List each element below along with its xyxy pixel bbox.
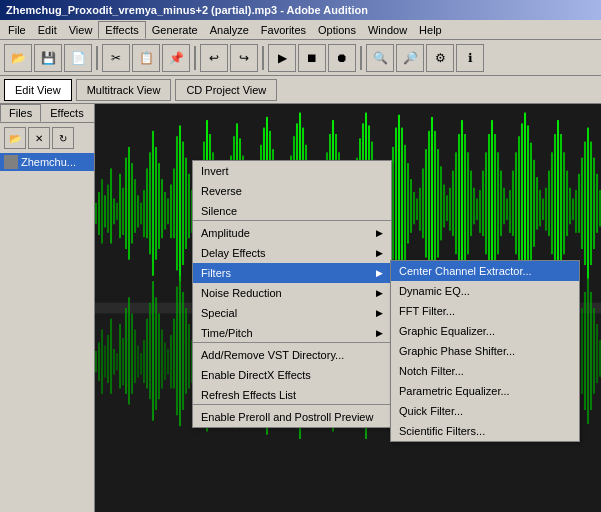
menu-options[interactable]: Options	[312, 22, 362, 38]
svg-rect-20	[143, 190, 145, 237]
svg-rect-15	[128, 147, 130, 260]
toolbar-undo[interactable]: ↩	[200, 44, 228, 72]
toolbar: 📂 💾 📄 ✂ 📋 📌 ↩ ↪ ▶ ⏹ ⏺ 🔍 🔎 ⚙ ℹ	[0, 40, 601, 76]
toolbar-paste[interactable]: 📌	[162, 44, 190, 72]
toolbar-new[interactable]: 📄	[64, 44, 92, 72]
effects-menu-refresh[interactable]: Refresh Effects List	[193, 385, 391, 405]
filter-notch[interactable]: Notch Filter...	[391, 361, 579, 381]
svg-rect-182	[122, 338, 124, 385]
cd-project-view-button[interactable]: CD Project View	[175, 79, 277, 101]
menu-bar: File Edit View Effects Generate Analyze …	[0, 20, 601, 40]
svg-rect-202	[182, 292, 184, 410]
svg-rect-4	[95, 203, 97, 224]
menu-help[interactable]: Help	[413, 22, 448, 38]
files-tab[interactable]: Files	[0, 104, 41, 122]
effects-menu-reverse[interactable]: Reverse	[193, 181, 391, 201]
panel-icon-row: 📂 ✕ ↻	[0, 123, 94, 153]
svg-rect-33	[182, 142, 184, 265]
menu-analyze[interactable]: Analyze	[204, 22, 255, 38]
panel-loop-btn[interactable]: ↻	[52, 127, 74, 149]
svg-rect-17	[134, 179, 136, 233]
effects-menu-filters[interactable]: Filters ▶	[193, 263, 391, 283]
menu-window[interactable]: Window	[362, 22, 413, 38]
effects-menu-silence[interactable]: Silence	[193, 201, 391, 221]
menu-file[interactable]: File	[2, 22, 32, 38]
filter-scientific[interactable]: Scientific Filters...	[391, 421, 579, 441]
menu-generate[interactable]: Generate	[146, 22, 204, 38]
svg-rect-171	[596, 174, 598, 233]
toolbar-redo[interactable]: ↪	[230, 44, 258, 72]
toolbar-info[interactable]: ℹ	[456, 44, 484, 72]
effects-menu-amplitude[interactable]: Amplitude ▶	[193, 223, 391, 243]
toolbar-open[interactable]: 📂	[4, 44, 32, 72]
effects-menu-enable-dx[interactable]: Enable DirectX Effects	[193, 365, 391, 385]
menu-effects[interactable]: Effects	[98, 21, 145, 39]
svg-rect-204	[188, 324, 190, 388]
file-list-item[interactable]: Zhemchu...	[0, 153, 94, 171]
effects-menu-timepitch[interactable]: Time/Pitch ▶	[193, 323, 391, 343]
toolbar-zoom-in[interactable]: 🔍	[366, 44, 394, 72]
effects-menu-delay[interactable]: Delay Effects ▶	[193, 243, 391, 263]
svg-rect-149	[530, 143, 532, 264]
toolbar-copy[interactable]: 📋	[132, 44, 160, 72]
menu-favorites[interactable]: Favorites	[255, 22, 312, 38]
svg-rect-335	[581, 308, 583, 394]
filter-quick-filter[interactable]: Quick Filter...	[391, 401, 579, 421]
filter-parametric-eq[interactable]: Parametric Equalizer...	[391, 381, 579, 401]
svg-rect-125	[458, 134, 460, 273]
svg-rect-152	[539, 190, 541, 227]
menu-edit[interactable]: Edit	[32, 22, 63, 38]
edit-view-button[interactable]: Edit View	[4, 79, 72, 101]
toolbar-zoom-out[interactable]: 🔎	[396, 44, 424, 72]
svg-rect-7	[104, 195, 106, 227]
effects-menu-preroll[interactable]: Enable Preroll and Postroll Preview	[193, 407, 391, 427]
toolbar-record[interactable]: ⏺	[328, 44, 356, 72]
filter-center-channel[interactable]: Center Channel Extractor...	[391, 261, 579, 281]
svg-rect-160	[563, 152, 565, 254]
svg-rect-148	[527, 125, 529, 281]
svg-rect-111	[416, 198, 418, 219]
effects-tab[interactable]: Effects	[41, 104, 92, 122]
svg-rect-187	[137, 346, 139, 378]
effects-menu-vst[interactable]: Add/Remove VST Directory...	[193, 345, 391, 365]
svg-rect-164	[575, 190, 577, 233]
svg-rect-190	[146, 319, 148, 389]
svg-rect-134	[485, 152, 487, 254]
menu-view[interactable]: View	[63, 22, 99, 38]
svg-rect-144	[515, 152, 517, 254]
svg-rect-112	[419, 188, 421, 231]
svg-rect-163	[572, 198, 574, 219]
amplitude-arrow: ▶	[376, 228, 383, 238]
noise-arrow: ▶	[376, 288, 383, 298]
svg-rect-142	[509, 190, 511, 233]
effects-menu-noise-reduction[interactable]: Noise Reduction ▶	[193, 283, 391, 303]
filter-dynamic-eq[interactable]: Dynamic EQ...	[391, 281, 579, 301]
effects-menu-invert[interactable]: Invert	[193, 161, 391, 181]
svg-rect-128	[467, 152, 469, 254]
svg-rect-123	[452, 171, 454, 236]
svg-rect-139	[500, 171, 502, 236]
svg-rect-103	[392, 147, 394, 260]
svg-rect-11	[116, 203, 118, 220]
toolbar-save[interactable]: 💾	[34, 44, 62, 72]
toolbar-settings[interactable]: ⚙	[426, 44, 454, 72]
svg-rect-138	[497, 152, 499, 254]
toolbar-cut[interactable]: ✂	[102, 44, 130, 72]
svg-rect-26	[161, 179, 163, 238]
filters-arrow: ▶	[376, 268, 383, 278]
svg-rect-168	[587, 128, 589, 279]
svg-rect-18	[137, 195, 139, 227]
svg-rect-127	[464, 134, 466, 273]
multitrack-view-button[interactable]: Multitrack View	[76, 79, 172, 101]
svg-rect-175	[101, 329, 103, 393]
filter-graphic-eq[interactable]: Graphic Equalizer...	[391, 321, 579, 341]
timepitch-arrow: ▶	[376, 328, 383, 338]
toolbar-play[interactable]: ▶	[268, 44, 296, 72]
panel-open-btn[interactable]: 📂	[4, 127, 26, 149]
filter-fft[interactable]: FFT Filter...	[391, 301, 579, 321]
effects-menu-special[interactable]: Special ▶	[193, 303, 391, 323]
toolbar-stop[interactable]: ⏹	[298, 44, 326, 72]
filter-graphic-phase[interactable]: Graphic Phase Shifter...	[391, 341, 579, 361]
svg-rect-174	[98, 342, 100, 381]
panel-close-btn[interactable]: ✕	[28, 127, 50, 149]
